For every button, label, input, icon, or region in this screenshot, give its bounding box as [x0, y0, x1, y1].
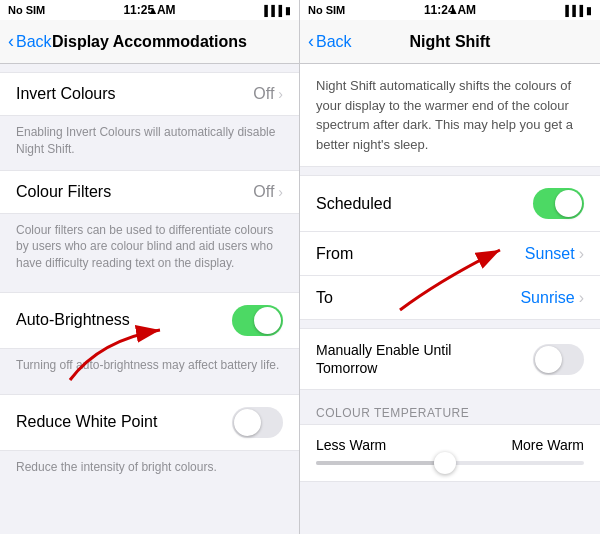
- right-nav-bar: ‹ Back Night Shift: [300, 20, 600, 64]
- left-settings-content: Invert Colours Off › Enabling Invert Col…: [0, 64, 299, 534]
- from-value: Sunset ›: [525, 245, 584, 263]
- auto-brightness-toggle[interactable]: [232, 305, 283, 336]
- right-back-button[interactable]: ‹ Back: [308, 31, 352, 52]
- colour-filters-label: Colour Filters: [16, 183, 111, 201]
- temperature-slider-thumb[interactable]: [434, 452, 456, 474]
- from-chevron-icon: ›: [579, 245, 584, 263]
- reduce-white-point-label: Reduce White Point: [16, 413, 157, 431]
- manually-toggle[interactable]: [533, 344, 584, 375]
- scheduled-toggle[interactable]: [533, 188, 584, 219]
- left-back-chevron-icon: ‹: [8, 31, 14, 52]
- colour-filters-row[interactable]: Colour Filters Off ›: [0, 170, 299, 214]
- auto-brightness-thumb: [254, 307, 281, 334]
- less-warm-label: Less Warm: [316, 437, 386, 453]
- auto-brightness-label: Auto-Brightness: [16, 311, 130, 329]
- night-shift-description: Night Shift automatically shifts the col…: [300, 64, 600, 167]
- right-back-label: Back: [316, 33, 352, 51]
- left-battery-icon: ▮: [285, 5, 291, 16]
- reduce-white-point-description: Reduce the intensity of bright colours.: [0, 451, 299, 488]
- auto-brightness-row: Auto-Brightness: [0, 292, 299, 349]
- right-status-icons: ▐▐▐ ▮: [562, 5, 592, 16]
- more-warm-label: More Warm: [511, 437, 584, 453]
- right-battery-icon: ▮: [586, 5, 592, 16]
- manually-thumb: [535, 346, 562, 373]
- scheduled-row: Scheduled: [300, 176, 600, 231]
- manually-label: Manually Enable Until Tomorrow: [316, 341, 496, 377]
- right-time: 11:24 AM: [424, 3, 476, 17]
- auto-brightness-description: Turning off auto-brightness may affect b…: [0, 349, 299, 386]
- right-back-chevron-icon: ‹: [308, 31, 314, 52]
- invert-colours-section: Invert Colours Off › Enabling Invert Col…: [0, 72, 299, 170]
- to-value: Sunrise ›: [520, 289, 584, 307]
- temperature-slider-track: [316, 461, 584, 465]
- invert-colours-row[interactable]: Invert Colours Off ›: [0, 72, 299, 116]
- auto-brightness-section: Auto-Brightness Turning off auto-brightn…: [0, 292, 299, 386]
- invert-colours-description: Enabling Invert Colours will automatical…: [0, 116, 299, 170]
- left-status-icons: ▐▐▐ ▮: [261, 5, 291, 16]
- scheduled-thumb: [555, 190, 582, 217]
- temperature-slider-fill: [316, 461, 445, 465]
- left-status-bar: No SIM ▲ 11:25 AM ▐▐▐ ▮: [0, 0, 299, 20]
- scheduled-label: Scheduled: [316, 195, 392, 213]
- to-chevron-icon: ›: [579, 289, 584, 307]
- left-back-button[interactable]: ‹ Back: [8, 31, 52, 52]
- right-panel: No SIM ▲ 11:24 AM ▐▐▐ ▮ ‹ Back Night Shi…: [300, 0, 600, 534]
- colour-filters-description: Colour filters can be used to differenti…: [0, 214, 299, 284]
- left-time: 11:25 AM: [123, 3, 175, 17]
- right-carrier: No SIM: [308, 4, 345, 16]
- right-settings-content: Night Shift automatically shifts the col…: [300, 64, 600, 534]
- manually-row: Manually Enable Until Tomorrow: [300, 329, 600, 389]
- left-back-label: Back: [16, 33, 52, 51]
- left-panel: No SIM ▲ 11:25 AM ▐▐▐ ▮ ‹ Back Display A…: [0, 0, 300, 534]
- colour-filters-section: Colour Filters Off › Colour filters can …: [0, 170, 299, 284]
- right-nav-title: Night Shift: [410, 33, 491, 51]
- invert-colours-chevron-icon: ›: [278, 86, 283, 102]
- reduce-white-point-thumb: [234, 409, 261, 436]
- right-status-bar: No SIM ▲ 11:24 AM ▐▐▐ ▮: [300, 0, 600, 20]
- reduce-white-point-toggle[interactable]: [232, 407, 283, 438]
- temperature-section: Less Warm More Warm: [300, 424, 600, 482]
- reduce-white-point-section: Reduce White Point Reduce the intensity …: [0, 394, 299, 488]
- reduce-white-point-row: Reduce White Point: [0, 394, 299, 451]
- manually-block: Manually Enable Until Tomorrow: [300, 328, 600, 390]
- from-row[interactable]: From Sunset ›: [300, 231, 600, 275]
- scheduled-block: Scheduled From Sunset › To Sunrise ›: [300, 175, 600, 320]
- right-signal-icon: ▐▐▐: [562, 5, 583, 16]
- colour-filters-chevron-icon: ›: [278, 184, 283, 200]
- left-nav-title: Display Accommodations: [52, 33, 247, 51]
- from-label: From: [316, 245, 353, 263]
- temp-labels: Less Warm More Warm: [316, 437, 584, 453]
- invert-colours-label: Invert Colours: [16, 85, 116, 103]
- invert-colours-value: Off ›: [253, 85, 283, 103]
- left-signal-icon: ▐▐▐: [261, 5, 282, 16]
- to-label: To: [316, 289, 333, 307]
- left-carrier: No SIM: [8, 4, 45, 16]
- colour-temp-header: COLOUR TEMPERATURE: [300, 398, 600, 424]
- to-row[interactable]: To Sunrise ›: [300, 275, 600, 319]
- colour-filters-value: Off ›: [253, 183, 283, 201]
- left-nav-bar: ‹ Back Display Accommodations: [0, 20, 299, 64]
